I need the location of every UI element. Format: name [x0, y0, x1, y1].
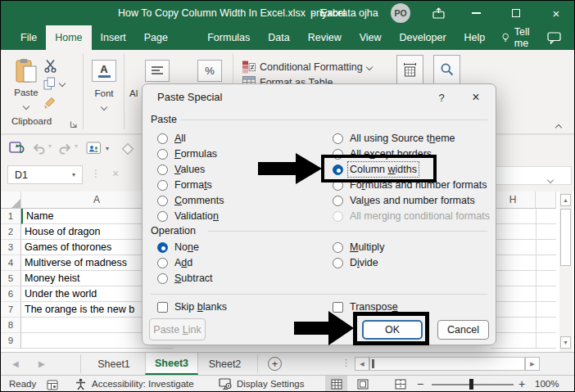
name-box[interactable]: D1 ▾ — [7, 165, 83, 184]
cells-group-button[interactable] — [396, 55, 423, 84]
hscroll-right-button[interactable]: ▶ — [525, 357, 540, 371]
view-page-layout-button[interactable] — [351, 376, 374, 392]
redo-button[interactable]: ▾ — [58, 142, 78, 155]
row-header[interactable]: 4 — [1, 255, 21, 271]
radio-circle[interactable] — [157, 196, 168, 206]
radio-comments[interactable]: Comments — [157, 194, 224, 207]
maximize-button[interactable] — [502, 1, 530, 25]
tab-review[interactable]: Review — [299, 25, 351, 50]
account-name[interactable]: priyabrata ojha — [310, 1, 378, 25]
row-header[interactable]: 3 — [1, 240, 21, 255]
radio-circle[interactable] — [333, 242, 343, 253]
radio-circle[interactable] — [157, 149, 168, 160]
row-header[interactable]: 8 — [1, 318, 21, 333]
close-button[interactable]: × — [542, 1, 570, 25]
comments-button[interactable] — [547, 25, 561, 50]
select-all-corner[interactable] — [1, 191, 21, 209]
radio-values-and-number-formats[interactable]: Values and number formats — [333, 194, 475, 207]
tab-data[interactable]: Data — [259, 25, 298, 50]
find-select-button[interactable] — [433, 55, 460, 84]
alignment-group-button[interactable] — [145, 60, 170, 82]
copy-button[interactable] — [43, 77, 65, 90]
view-page-break-button[interactable] — [389, 376, 411, 392]
checkbox-skip-blanks[interactable]: Skip blanks — [157, 300, 227, 313]
zoom-in-button[interactable]: + — [518, 376, 525, 392]
vertical-scrollbar[interactable]: ▲ ▼ — [559, 191, 573, 352]
tab-scroll-splitter[interactable]: ⋮ — [342, 358, 351, 368]
radio-circle[interactable] — [157, 133, 168, 144]
radio-circle[interactable] — [157, 164, 168, 175]
radio-all[interactable]: All — [157, 132, 186, 145]
radio-circle[interactable] — [157, 273, 168, 284]
share-people-button[interactable]: ▾ — [86, 142, 109, 155]
tab-insert[interactable]: Insert — [92, 25, 135, 50]
tab-view[interactable]: View — [351, 25, 391, 50]
hscroll-left-button[interactable]: ◀ — [355, 357, 369, 371]
macro-record-button[interactable] — [47, 379, 58, 392]
undo-button[interactable]: ▾ — [32, 142, 52, 155]
radio-divide[interactable]: Divide — [333, 256, 378, 269]
shapes-button[interactable] — [120, 142, 135, 160]
sheet-nav-left[interactable]: ◀ — [12, 353, 19, 375]
zoom-level[interactable]: 100% — [535, 376, 559, 392]
dialog-help-button[interactable]: ? — [432, 89, 450, 106]
radio-multiply[interactable]: Multiply — [333, 241, 384, 254]
minimize-button[interactable] — [462, 1, 490, 25]
expand-formula-bar-button[interactable] — [548, 171, 553, 186]
formula-cancel-icon[interactable]: × — [112, 167, 119, 180]
view-normal-button[interactable] — [325, 376, 347, 392]
tab-help[interactable]: Help — [455, 25, 495, 50]
radio-circle-selected[interactable] — [157, 242, 168, 253]
tab-file[interactable]: File — [11, 25, 46, 50]
horizontal-scroll-thumb[interactable] — [372, 359, 374, 368]
radio-circle[interactable] — [333, 196, 343, 206]
row-header[interactable]: 7 — [1, 302, 21, 318]
column-header-partial[interactable] — [536, 191, 556, 209]
conditional-formatting-button[interactable]: Conditional Formatting — [242, 61, 372, 74]
radio-circle[interactable] — [333, 133, 343, 144]
avatar[interactable]: PO — [391, 3, 410, 23]
vertical-scroll-thumb[interactable] — [560, 209, 571, 266]
formula-bar-input[interactable] — [495, 166, 572, 185]
new-sheet-button[interactable]: + — [268, 357, 282, 371]
row-header[interactable]: 6 — [1, 286, 21, 302]
zoom-slider-handle[interactable] — [469, 379, 473, 390]
radio-formats[interactable]: Formats — [157, 178, 212, 191]
format-painter-button[interactable] — [43, 96, 57, 112]
tell-me-button[interactable]: Tell me — [494, 25, 547, 50]
radio-values[interactable]: Values — [157, 163, 205, 176]
row-header[interactable]: 1 — [1, 209, 21, 224]
radio-add[interactable]: Add — [157, 256, 192, 269]
number-group-button[interactable]: % — [197, 60, 222, 82]
zoom-out-button[interactable]: − — [417, 376, 423, 392]
clipboard-dialog-launcher[interactable] — [70, 117, 78, 132]
radio-circle[interactable] — [157, 180, 168, 191]
radio-none[interactable]: None — [157, 241, 199, 254]
row-header[interactable]: 5 — [1, 271, 21, 286]
font-group-button[interactable]: A Font — [91, 60, 117, 113]
cancel-button[interactable]: Cancel — [437, 320, 489, 340]
refresh-all-button[interactable] — [9, 142, 25, 159]
radio-all-using-source-theme[interactable]: All using Source theme — [333, 132, 455, 145]
horizontal-scrollbar-track[interactable] — [369, 357, 525, 371]
scroll-up-button[interactable]: ▲ — [560, 194, 571, 206]
radio-formulas[interactable]: Formulas — [157, 147, 217, 160]
tab-home[interactable]: Home — [46, 25, 91, 50]
radio-validation[interactable]: Validation — [157, 210, 219, 223]
accessibility-status[interactable]: Accessibility: Investigate — [75, 376, 194, 392]
radio-subtract[interactable]: Subtract — [157, 272, 213, 285]
radio-circle[interactable] — [157, 211, 168, 222]
sheet-tab-sheet2[interactable]: Sheet2 — [198, 353, 251, 375]
tab-formulas[interactable]: Formulas — [198, 25, 259, 50]
sheet-nav-right[interactable]: ▶ — [38, 353, 45, 375]
display-settings-button[interactable]: Display Settings — [219, 376, 304, 392]
collapse-ribbon-button[interactable] — [556, 119, 561, 133]
tab-page-layout[interactable]: Page Layout — [135, 25, 198, 50]
dialog-close-button[interactable]: × — [467, 89, 485, 106]
column-header-h[interactable]: H — [491, 191, 536, 209]
sheet-tab-sheet3[interactable]: Sheet3 — [145, 353, 198, 375]
ribbon-display-options-button[interactable] — [424, 1, 452, 25]
radio-circle[interactable] — [157, 258, 168, 268]
checkbox-box[interactable] — [157, 302, 168, 313]
cut-button[interactable] — [43, 59, 57, 76]
